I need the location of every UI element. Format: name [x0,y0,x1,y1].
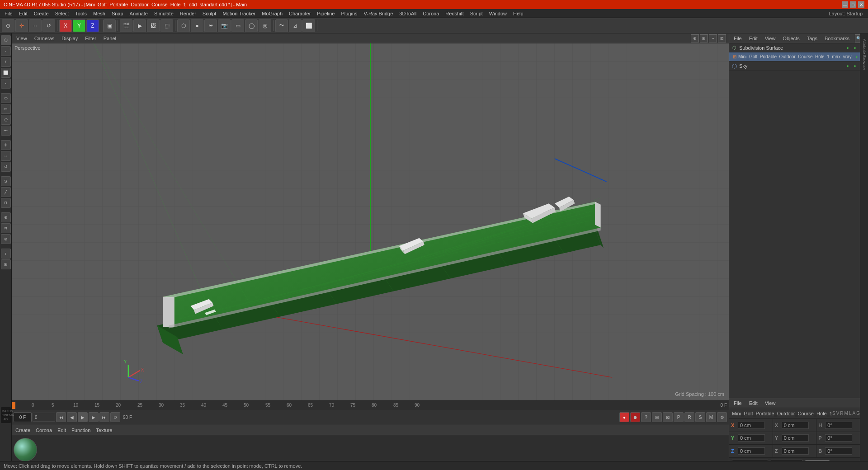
menu-vray[interactable]: V-Ray Bridge [361,10,396,17]
viewport-menu-view[interactable]: View [14,35,29,42]
tool-rect-selection[interactable]: ▭ [1,104,11,114]
attr-menu-view[interactable]: View [763,400,778,407]
obj-render-dot[interactable]: ● [852,45,858,51]
toolbar-cube-btn[interactable]: ⬡ [177,19,190,32]
coord-b-input[interactable] [825,447,852,455]
obj-menu-file[interactable]: File [732,35,744,42]
tool-points[interactable]: · [1,46,11,56]
menu-mograph[interactable]: MoGraph [259,10,285,17]
toolbar-z-btn[interactable]: Z [86,19,99,32]
menu-3dtoall[interactable]: 3DToAll [396,10,419,17]
viewport-cam-btn[interactable]: ▪ [709,34,717,42]
tool-uv2[interactable]: ⊞ [1,259,11,269]
mat-menu-texture[interactable]: Texture [94,427,114,434]
tool-bridge[interactable]: ⊓ [1,198,11,208]
toolbar-env-btn[interactable]: ◎ [259,19,271,32]
coord-scale-z-input[interactable] [782,447,809,455]
viewport-frame-btn[interactable]: ⊞ [700,34,708,42]
viewport-menu-cameras[interactable]: Cameras [33,35,57,42]
tool-freehand-selection[interactable]: 〜 [1,126,11,136]
mat-menu-function[interactable]: Function [70,427,92,434]
obj-vis-dot[interactable]: ● [844,45,851,51]
tl-btn-play-fwd[interactable]: ▶ [78,412,88,422]
tool-texture[interactable]: ⋮ [1,249,11,258]
toolbar-render-queue-btn[interactable]: ⬚ [160,19,173,32]
toolbar-curve-btn[interactable]: 〜 [275,19,288,32]
toolbar-scale-btn[interactable]: ↔ [29,19,42,32]
menu-motiontracker[interactable]: Motion Tracker [220,10,258,17]
coord-scale-y-input[interactable] [782,434,809,442]
material-preview-ball[interactable] [14,438,37,461]
coord-y-input[interactable] [738,434,765,442]
mat-menu-create[interactable]: Create [14,427,32,434]
toolbar-move-btn[interactable]: ✛ [15,19,28,32]
viewport-menu-filter[interactable]: Filter [83,35,98,42]
menu-create[interactable]: Create [31,10,52,17]
coord-scale-x-input[interactable] [782,422,809,429]
close-button[interactable]: ✕ [858,1,864,8]
tl-btn-auto-key[interactable]: ⏺ [630,412,640,422]
toolbar-render-to-pic-btn[interactable]: 🖼 [147,19,160,32]
tl-btn-goto-end[interactable]: ⏭ [99,412,109,422]
obj-menu-view[interactable]: View [763,35,778,42]
tool-magnet[interactable]: ⊕ [1,212,11,222]
menu-file[interactable]: File [2,10,15,17]
toolbar-select-btn[interactable]: ▣ [103,19,116,32]
toolbar-rotate-btn[interactable]: ↺ [42,19,55,32]
toolbar-sky-btn[interactable]: ◯ [245,19,258,32]
obj-menu-edit[interactable]: Edit [747,35,760,42]
obj-sky-vis-dot[interactable]: ● [844,63,851,69]
minimize-button[interactable]: — [842,1,848,8]
tool-paint[interactable]: S [1,176,11,186]
menu-window[interactable]: Window [486,10,509,17]
toolbar-sphere-btn[interactable]: ● [191,19,203,32]
viewport-fit-btn[interactable]: ⊕ [691,34,699,42]
obj-sky-render-dot[interactable]: ● [852,63,858,69]
toolbar-floor-btn[interactable]: ▭ [231,19,244,32]
tl-btn-key-rot[interactable]: R [684,412,694,422]
menu-select[interactable]: Select [52,10,72,17]
tl-btn-key-all[interactable]: ⊞ [652,412,662,422]
toolbar-light-btn[interactable]: ☀ [204,19,217,32]
toolbar-extrude-btn[interactable]: ⬜ [302,19,315,32]
toolbar-y-btn[interactable]: Y [73,19,85,32]
tool-poly-selection[interactable]: ⬠ [1,115,11,125]
viewport-canvas[interactable]: Perspective [12,43,729,400]
tl-btn-step-back[interactable]: ◀ [67,412,77,422]
menu-mesh[interactable]: Mesh [90,10,108,17]
toolbar-render-view-btn[interactable]: ▶ [133,19,146,32]
menu-animate[interactable]: Animate [127,10,151,17]
tool-smooth[interactable]: ≋ [1,223,11,233]
tl-btn-step-fwd[interactable]: ▶ [89,412,99,422]
menu-edit[interactable]: Edit [16,10,30,17]
viewport-menu-display[interactable]: Display [60,35,80,42]
toolbar-mode-btn[interactable]: ⊙ [2,19,14,32]
tl-btn-key-sel[interactable]: ? [641,412,651,422]
tool-knife[interactable]: ╱ [1,187,11,197]
tool-move[interactable]: ✛ [1,140,11,150]
menu-character[interactable]: Character [286,10,313,17]
tl-btn-goto-start[interactable]: ⏮ [56,412,66,422]
obj-golf-vis-dot[interactable]: ● [854,54,860,60]
attr-menu-file[interactable]: File [732,400,744,407]
menu-script[interactable]: Script [467,10,486,17]
obj-item-subdivision[interactable]: ⬡ Subdivision Surface ● ● [729,43,860,52]
tool-sculpt2[interactable]: ⊛ [1,234,11,244]
viewport-menu-panel[interactable]: Panel [102,35,118,42]
menu-corona[interactable]: Corona [420,10,442,17]
toolbar-render-region-btn[interactable]: 🎬 [120,19,132,32]
menu-help[interactable]: Help [510,10,526,17]
toolbar-x-btn[interactable]: X [59,19,72,32]
toolbar-camera-btn[interactable]: 📷 [218,19,231,32]
menu-pipeline[interactable]: Pipeline [314,10,337,17]
tl-btn-loop[interactable]: ↺ [110,412,120,422]
menu-plugins[interactable]: Plugins [338,10,360,17]
obj-item-sky[interactable]: ◯ Sky ● ● [729,61,860,70]
obj-menu-objects[interactable]: Objects [781,35,801,42]
tl-btn-settings[interactable]: ⚙ [717,412,727,422]
mat-menu-corona[interactable]: Corona [34,427,54,434]
toolbar-sweep-btn[interactable]: ⊿ [289,19,302,32]
maximize-button[interactable]: □ [850,1,856,8]
menu-sculpt[interactable]: Sculpt [200,10,219,17]
tl-btn-key-pos[interactable]: P [674,412,684,422]
